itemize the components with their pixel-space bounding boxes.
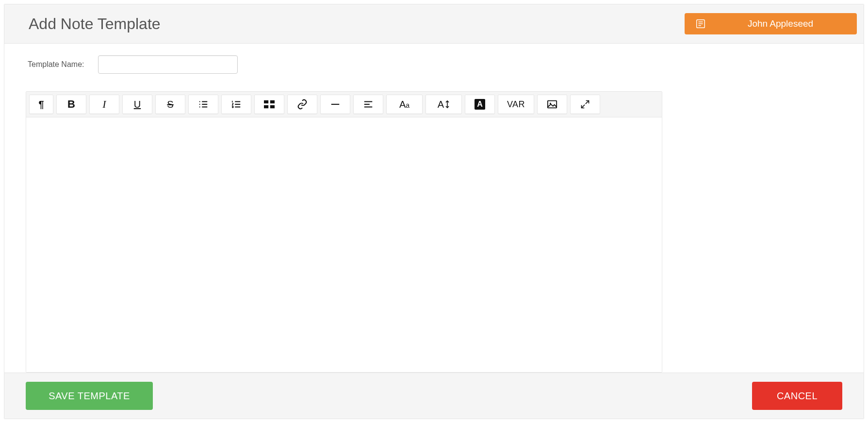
user-name: John Appleseed bbox=[715, 18, 846, 29]
align-button[interactable] bbox=[353, 95, 383, 114]
font-family-button[interactable]: Aa bbox=[386, 95, 423, 114]
cancel-button[interactable]: CANCEL bbox=[752, 382, 842, 410]
link-icon bbox=[297, 99, 308, 110]
page-title: Add Note Template bbox=[29, 15, 161, 33]
ordered-list-button[interactable] bbox=[221, 95, 251, 114]
insert-image-button[interactable] bbox=[537, 95, 567, 114]
italic-button[interactable]: I bbox=[89, 95, 119, 114]
svg-rect-15 bbox=[264, 105, 268, 108]
horizontal-rule-button[interactable] bbox=[320, 95, 350, 114]
svg-rect-16 bbox=[270, 105, 275, 108]
underline-icon: U bbox=[134, 99, 141, 110]
svg-point-6 bbox=[199, 106, 200, 107]
table-icon bbox=[264, 100, 275, 109]
svg-rect-22 bbox=[548, 101, 557, 108]
insert-link-button[interactable] bbox=[287, 95, 317, 114]
template-name-row: Template Name: bbox=[26, 55, 842, 74]
list-ol-icon bbox=[231, 99, 242, 110]
image-icon bbox=[547, 99, 557, 109]
align-left-icon bbox=[363, 99, 374, 110]
text-color-button[interactable]: A bbox=[465, 95, 495, 114]
fullscreen-button[interactable] bbox=[570, 95, 600, 114]
editor-content-area[interactable] bbox=[26, 117, 662, 372]
svg-rect-14 bbox=[270, 100, 275, 103]
panel-body: Template Name: ¶ B I U S bbox=[4, 44, 864, 373]
add-note-template-panel: Add Note Template John Appleseed Templat… bbox=[4, 4, 864, 419]
strikethrough-icon: S bbox=[167, 99, 173, 110]
svg-point-4 bbox=[199, 101, 200, 102]
document-icon bbox=[695, 18, 706, 29]
unordered-list-button[interactable] bbox=[188, 95, 218, 114]
paragraph-format-button[interactable]: ¶ bbox=[29, 95, 53, 114]
svg-point-5 bbox=[199, 104, 200, 105]
expand-icon bbox=[580, 99, 590, 109]
panel-footer: SAVE TEMPLATE CANCEL bbox=[4, 373, 864, 419]
rich-text-editor: ¶ B I U S bbox=[26, 91, 662, 373]
var-label: VAR bbox=[507, 99, 525, 110]
svg-line-24 bbox=[586, 101, 589, 104]
save-template-button[interactable]: SAVE TEMPLATE bbox=[26, 382, 153, 410]
editor-toolbar: ¶ B I U S bbox=[26, 92, 662, 117]
italic-icon: I bbox=[102, 98, 106, 111]
bold-icon: B bbox=[67, 98, 75, 111]
underline-button[interactable]: U bbox=[122, 95, 152, 114]
insert-table-button[interactable] bbox=[254, 95, 284, 114]
strikethrough-button[interactable]: S bbox=[155, 95, 185, 114]
insert-variable-button[interactable]: VAR bbox=[498, 95, 534, 114]
panel-header: Add Note Template John Appleseed bbox=[4, 4, 864, 44]
list-ul-icon bbox=[198, 99, 209, 110]
bold-button[interactable]: B bbox=[56, 95, 86, 114]
font-family-icon: Aa bbox=[399, 99, 409, 110]
text-color-icon: A bbox=[475, 99, 485, 110]
font-size-icon: A bbox=[438, 99, 450, 110]
user-chip[interactable]: John Appleseed bbox=[685, 13, 857, 34]
minus-icon bbox=[330, 99, 341, 110]
pilcrow-icon: ¶ bbox=[38, 99, 44, 110]
font-size-button[interactable]: A bbox=[426, 95, 462, 114]
svg-line-25 bbox=[582, 105, 585, 108]
template-name-input[interactable] bbox=[98, 55, 238, 74]
svg-rect-13 bbox=[264, 100, 268, 103]
template-name-label: Template Name: bbox=[28, 60, 84, 69]
